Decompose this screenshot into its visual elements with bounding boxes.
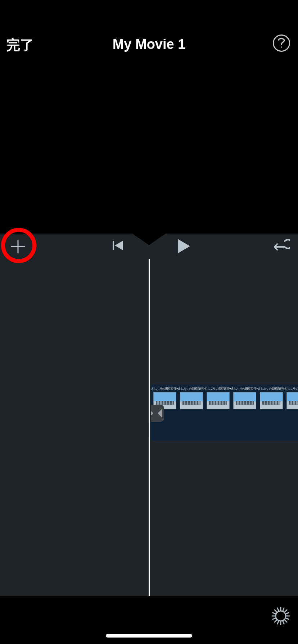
playback-toolbar [0, 234, 298, 259]
project-title: My Movie 1 [0, 37, 298, 52]
svg-line-22 [286, 618, 289, 619]
play-button[interactable] [176, 238, 191, 254]
clip-thumbnail: えしぶりの田町西行✈ [232, 387, 257, 438]
help-icon [277, 37, 285, 50]
playhead[interactable] [149, 259, 150, 596]
clip-thumbnail: えしぶりの田町西行✈ [259, 387, 284, 438]
thumb-label: えしぶりの田町西行✈ [231, 387, 258, 391]
thumb-image [286, 392, 298, 409]
svg-point-0 [281, 46, 282, 48]
svg-line-12 [285, 620, 287, 622]
svg-line-14 [285, 610, 287, 612]
svg-line-16 [277, 621, 279, 624]
thumb-label: えしぶりの田町西行✈ [284, 387, 298, 391]
project-settings-button[interactable] [271, 607, 290, 625]
thumb-image [233, 392, 256, 409]
svg-marker-5 [178, 239, 190, 253]
play-icon [176, 250, 191, 255]
clip-thumbnail: えしぶりの田町西行✈ [179, 387, 204, 438]
thumb-label: えしぶりの田町西行✈ [204, 387, 232, 391]
bottom-bar [0, 596, 298, 644]
svg-line-21 [273, 613, 275, 614]
svg-line-17 [277, 608, 279, 611]
svg-line-19 [286, 613, 289, 614]
plus-icon [11, 249, 25, 255]
help-button[interactable] [273, 34, 290, 52]
video-preview[interactable] [0, 61, 298, 234]
svg-line-11 [275, 610, 277, 612]
thumb-image [260, 392, 283, 409]
clip-thumbnail: えしぶりの田町西行✈ [206, 387, 230, 438]
svg-rect-3 [113, 241, 114, 250]
svg-line-20 [273, 618, 275, 619]
thumb-image [207, 392, 230, 409]
undo-icon [274, 249, 290, 254]
skip-to-start-button[interactable] [112, 239, 125, 252]
video-clip[interactable]: えしぶりの田町西行✈ えしぶりの田町西行✈ えしぶりの田町西行✈ えしぶりの田町… [151, 385, 298, 441]
clip-thumbnail: えしぶりの田町西行✈ [286, 387, 298, 438]
thumb-image [180, 392, 203, 409]
timeline-area[interactable]: えしぶりの田町西行✈ えしぶりの田町西行✈ えしぶりの田町西行✈ えしぶりの田町… [0, 259, 298, 596]
skip-back-icon [112, 247, 124, 253]
add-media-button[interactable] [11, 239, 25, 254]
svg-line-13 [275, 620, 277, 622]
thumb-label: えしぶりの田町西行✈ [151, 387, 179, 391]
svg-point-6 [276, 611, 286, 621]
editor-header: 完了 My Movie 1 [0, 0, 298, 61]
thumb-label: えしぶりの田町西行✈ [258, 387, 285, 391]
playhead-notch [132, 234, 166, 245]
thumb-label: えしぶりの田町西行✈ [178, 387, 205, 391]
svg-line-15 [283, 608, 284, 611]
svg-marker-4 [115, 241, 123, 250]
transition-handle[interactable] [151, 405, 164, 422]
svg-line-18 [283, 621, 284, 624]
undo-button[interactable] [274, 239, 290, 253]
home-indicator[interactable] [106, 634, 192, 638]
gear-icon [271, 621, 290, 626]
